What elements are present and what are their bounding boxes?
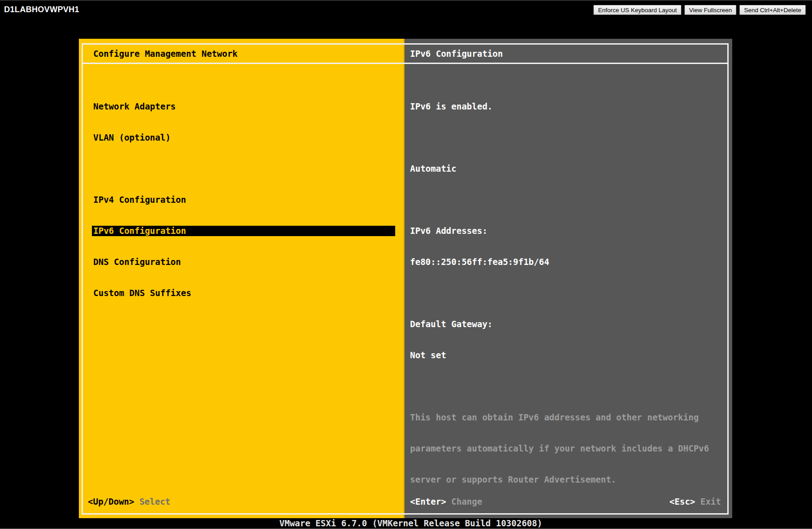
remote-console-window: D1LABHOVWPVH1 Enforce US Keyboard Layout… (0, 0, 812, 529)
blank-row (410, 288, 726, 298)
menu-item-network-adapters[interactable]: Network Adapters (92, 101, 395, 112)
menu-item-dns-configuration[interactable]: DNS Configuration (92, 257, 395, 267)
pane-split-edge (404, 39, 405, 518)
menu-item-ipv6-configuration-selected[interactable]: IPv6 Configuration (92, 226, 395, 236)
send-ctrl-alt-delete-button[interactable]: Send Ctrl+Alt+Delete (739, 5, 806, 15)
hint-enter-change: <Enter> Change (410, 497, 482, 507)
blank-row (410, 132, 726, 143)
default-gateway-label: Default Gateway: (410, 319, 726, 329)
exit-action-label: Exit (700, 497, 721, 506)
view-fullscreen-button[interactable]: View Fullscreen (684, 5, 736, 15)
management-network-menu: Network Adapters VLAN (optional) IPv4 Co… (92, 81, 395, 319)
ipv6-addresses-label: IPv6 Addresses: (410, 226, 726, 236)
updown-key-label: <Up/Down> (88, 497, 134, 506)
console-toolbar: Enforce US Keyboard Layout View Fullscre… (593, 5, 806, 15)
default-gateway-value: Not set (410, 350, 726, 360)
esxi-dcui-screen[interactable]: Configure Management Network IPv6 Config… (79, 39, 732, 518)
blank-row (410, 195, 726, 205)
ipv6-mode-value: Automatic (410, 164, 726, 174)
ipv6-configuration-details: IPv6 is enabled. Automatic IPv6 Addresse… (410, 81, 726, 506)
ipv6-description-line-2: parameters automatically if your network… (410, 443, 726, 454)
hint-esc-exit: <Esc> Exit (670, 497, 721, 507)
menu-item-vlan[interactable]: VLAN (optional) (92, 132, 395, 143)
top-divider (0, 0, 812, 1)
esc-key-label: <Esc> (670, 497, 695, 506)
menu-item-custom-dns-suffixes[interactable]: Custom DNS Suffixes (92, 288, 395, 298)
menu-spacer (92, 164, 395, 174)
blank-row (410, 381, 726, 392)
ipv6-description-line-3: server or supports Router Advertisement. (410, 474, 726, 485)
hint-updown-select: <Up/Down> Select (88, 497, 170, 507)
space (134, 497, 139, 506)
ipv6-address-value: fe80::250:56ff:fea5:9f1b/64 (410, 257, 726, 267)
space (695, 497, 700, 506)
space (446, 497, 451, 506)
enter-key-label: <Enter> (410, 497, 446, 506)
right-pane-title: IPv6 Configuration (410, 49, 503, 59)
menu-item-ipv4-configuration[interactable]: IPv4 Configuration (92, 195, 395, 205)
enforce-us-keyboard-button[interactable]: Enforce US Keyboard Layout (593, 5, 681, 15)
esxi-version-bar: VMware ESXi 6.7.0 (VMKernel Release Buil… (279, 518, 542, 529)
console-hostname: D1LABHOVWPVH1 (4, 5, 79, 14)
ipv6-description-line-1: This host can obtain IPv6 addresses and … (410, 412, 726, 423)
heading-underline (83, 63, 729, 64)
left-pane-title: Configure Management Network (93, 49, 237, 59)
change-action-label: Change (452, 497, 483, 506)
ipv6-status-line: IPv6 is enabled. (410, 101, 726, 112)
select-action-label: Select (139, 497, 170, 506)
